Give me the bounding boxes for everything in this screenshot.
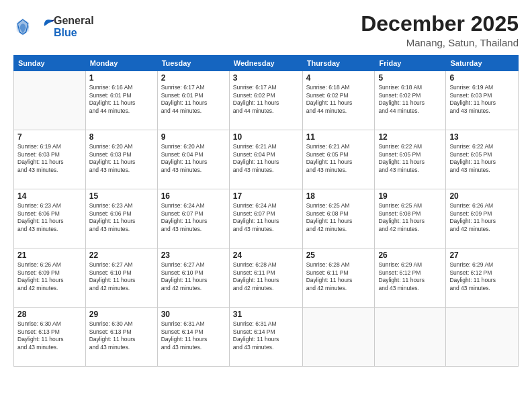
day-number: 19 <box>378 191 442 201</box>
calendar-cell: 11Sunrise: 6:21 AM Sunset: 6:05 PM Dayli… <box>302 130 375 189</box>
logo-line2: Blue <box>54 27 94 39</box>
calendar-cell: 3Sunrise: 6:17 AM Sunset: 6:02 PM Daylig… <box>229 71 302 130</box>
day-info: Sunrise: 6:22 AM Sunset: 6:05 PM Dayligh… <box>378 143 442 174</box>
day-number: 12 <box>378 132 442 142</box>
day-info: Sunrise: 6:20 AM Sunset: 6:04 PM Dayligh… <box>161 143 226 174</box>
calendar-cell <box>446 308 519 367</box>
calendar-cell: 10Sunrise: 6:21 AM Sunset: 6:04 PM Dayli… <box>229 130 302 189</box>
day-number: 25 <box>306 250 371 260</box>
day-number: 18 <box>306 191 371 201</box>
calendar-cell: 15Sunrise: 6:23 AM Sunset: 6:06 PM Dayli… <box>85 189 157 248</box>
day-info: Sunrise: 6:30 AM Sunset: 6:13 PM Dayligh… <box>17 320 82 351</box>
day-number: 4 <box>306 73 371 83</box>
day-info: Sunrise: 6:25 AM Sunset: 6:08 PM Dayligh… <box>378 202 442 233</box>
weekday-tuesday: Tuesday <box>157 56 229 71</box>
weekday-sunday: Sunday <box>14 56 86 71</box>
week-row-2: 14Sunrise: 6:23 AM Sunset: 6:06 PM Dayli… <box>14 189 519 248</box>
day-info: Sunrise: 6:21 AM Sunset: 6:04 PM Dayligh… <box>233 143 299 174</box>
calendar-cell: 21Sunrise: 6:26 AM Sunset: 6:09 PM Dayli… <box>14 248 86 308</box>
calendar-cell: 6Sunrise: 6:19 AM Sunset: 6:03 PM Daylig… <box>446 71 519 130</box>
weekday-monday: Monday <box>85 56 157 71</box>
calendar-cell: 26Sunrise: 6:29 AM Sunset: 6:12 PM Dayli… <box>375 248 446 308</box>
logo-icon <box>13 17 32 36</box>
calendar-cell: 18Sunrise: 6:25 AM Sunset: 6:08 PM Dayli… <box>302 189 375 248</box>
day-info: Sunrise: 6:18 AM Sunset: 6:02 PM Dayligh… <box>378 84 442 115</box>
day-info: Sunrise: 6:29 AM Sunset: 6:12 PM Dayligh… <box>449 261 515 292</box>
day-info: Sunrise: 6:22 AM Sunset: 6:05 PM Dayligh… <box>449 143 515 174</box>
calendar-cell: 23Sunrise: 6:27 AM Sunset: 6:10 PM Dayli… <box>157 248 229 308</box>
calendar-cell: 20Sunrise: 6:26 AM Sunset: 6:09 PM Dayli… <box>446 189 519 248</box>
calendar-cell: 1Sunrise: 6:16 AM Sunset: 6:01 PM Daylig… <box>85 71 157 130</box>
day-info: Sunrise: 6:19 AM Sunset: 6:03 PM Dayligh… <box>449 84 515 115</box>
day-number: 26 <box>378 250 442 260</box>
day-info: Sunrise: 6:28 AM Sunset: 6:11 PM Dayligh… <box>306 261 371 292</box>
day-number: 5 <box>378 73 442 83</box>
title-block: December 2025 Manang, Satun, Thailand <box>361 12 519 48</box>
calendar-cell: 12Sunrise: 6:22 AM Sunset: 6:05 PM Dayli… <box>375 130 446 189</box>
day-number: 1 <box>89 73 154 83</box>
calendar-cell: 2Sunrise: 6:17 AM Sunset: 6:01 PM Daylig… <box>157 71 229 130</box>
day-number: 27 <box>449 250 515 260</box>
weekday-thursday: Thursday <box>302 56 375 71</box>
day-info: Sunrise: 6:16 AM Sunset: 6:01 PM Dayligh… <box>89 84 154 115</box>
weekday-friday: Friday <box>375 56 446 71</box>
day-number: 29 <box>89 310 154 319</box>
day-info: Sunrise: 6:31 AM Sunset: 6:14 PM Dayligh… <box>233 320 299 351</box>
day-info: Sunrise: 6:27 AM Sunset: 6:10 PM Dayligh… <box>89 261 154 292</box>
calendar-cell: 27Sunrise: 6:29 AM Sunset: 6:12 PM Dayli… <box>446 248 519 308</box>
day-number: 31 <box>233 310 299 319</box>
day-number: 3 <box>233 73 299 83</box>
header: General Blue December 2025 Manang, Satun… <box>13 12 519 48</box>
day-info: Sunrise: 6:23 AM Sunset: 6:06 PM Dayligh… <box>17 202 82 233</box>
day-number: 11 <box>306 132 371 142</box>
day-number: 6 <box>449 73 515 83</box>
weekday-saturday: Saturday <box>446 56 519 71</box>
day-info: Sunrise: 6:28 AM Sunset: 6:11 PM Dayligh… <box>233 261 299 292</box>
day-info: Sunrise: 6:17 AM Sunset: 6:01 PM Dayligh… <box>161 84 226 115</box>
day-info: Sunrise: 6:20 AM Sunset: 6:03 PM Dayligh… <box>89 143 154 174</box>
day-info: Sunrise: 6:26 AM Sunset: 6:09 PM Dayligh… <box>17 261 82 292</box>
day-number: 15 <box>89 191 154 201</box>
weekday-wednesday: Wednesday <box>229 56 302 71</box>
day-info: Sunrise: 6:29 AM Sunset: 6:12 PM Dayligh… <box>378 261 442 292</box>
day-info: Sunrise: 6:24 AM Sunset: 6:07 PM Dayligh… <box>161 202 226 233</box>
day-number: 2 <box>161 73 226 83</box>
day-number: 7 <box>17 132 82 142</box>
calendar-cell: 30Sunrise: 6:31 AM Sunset: 6:14 PM Dayli… <box>157 308 229 367</box>
day-info: Sunrise: 6:24 AM Sunset: 6:07 PM Dayligh… <box>233 202 299 233</box>
calendar-cell: 13Sunrise: 6:22 AM Sunset: 6:05 PM Dayli… <box>446 130 519 189</box>
day-number: 23 <box>161 250 226 260</box>
day-info: Sunrise: 6:26 AM Sunset: 6:09 PM Dayligh… <box>449 202 515 233</box>
calendar-cell: 31Sunrise: 6:31 AM Sunset: 6:14 PM Dayli… <box>229 308 302 367</box>
calendar-cell <box>302 308 375 367</box>
page: General Blue December 2025 Manang, Satun… <box>0 0 532 411</box>
day-number: 13 <box>449 132 515 142</box>
calendar-cell: 14Sunrise: 6:23 AM Sunset: 6:06 PM Dayli… <box>14 189 86 248</box>
calendar-cell: 22Sunrise: 6:27 AM Sunset: 6:10 PM Dayli… <box>85 248 157 308</box>
weekday-header: SundayMondayTuesdayWednesdayThursdayFrid… <box>14 56 519 71</box>
day-number: 24 <box>233 250 299 260</box>
calendar-cell: 19Sunrise: 6:25 AM Sunset: 6:08 PM Dayli… <box>375 189 446 248</box>
calendar-cell: 4Sunrise: 6:18 AM Sunset: 6:02 PM Daylig… <box>302 71 375 130</box>
day-info: Sunrise: 6:31 AM Sunset: 6:14 PM Dayligh… <box>161 320 226 351</box>
day-info: Sunrise: 6:17 AM Sunset: 6:02 PM Dayligh… <box>233 84 299 115</box>
calendar-cell: 16Sunrise: 6:24 AM Sunset: 6:07 PM Dayli… <box>157 189 229 248</box>
location-title: Manang, Satun, Thailand <box>361 37 519 48</box>
day-number: 14 <box>17 191 82 201</box>
day-number: 28 <box>17 310 82 319</box>
day-number: 16 <box>161 191 226 201</box>
day-info: Sunrise: 6:30 AM Sunset: 6:13 PM Dayligh… <box>89 320 154 351</box>
calendar-cell: 8Sunrise: 6:20 AM Sunset: 6:03 PM Daylig… <box>85 130 157 189</box>
calendar-cell: 29Sunrise: 6:30 AM Sunset: 6:13 PM Dayli… <box>85 308 157 367</box>
calendar-cell: 28Sunrise: 6:30 AM Sunset: 6:13 PM Dayli… <box>14 308 86 367</box>
day-number: 9 <box>161 132 226 142</box>
week-row-0: 1Sunrise: 6:16 AM Sunset: 6:01 PM Daylig… <box>14 71 519 130</box>
day-info: Sunrise: 6:21 AM Sunset: 6:05 PM Dayligh… <box>306 143 371 174</box>
week-row-1: 7Sunrise: 6:19 AM Sunset: 6:03 PM Daylig… <box>14 130 519 189</box>
calendar-cell: 25Sunrise: 6:28 AM Sunset: 6:11 PM Dayli… <box>302 248 375 308</box>
day-number: 10 <box>233 132 299 142</box>
week-row-4: 28Sunrise: 6:30 AM Sunset: 6:13 PM Dayli… <box>14 308 519 367</box>
day-number: 8 <box>89 132 154 142</box>
day-number: 22 <box>89 250 154 260</box>
calendar-cell: 17Sunrise: 6:24 AM Sunset: 6:07 PM Dayli… <box>229 189 302 248</box>
